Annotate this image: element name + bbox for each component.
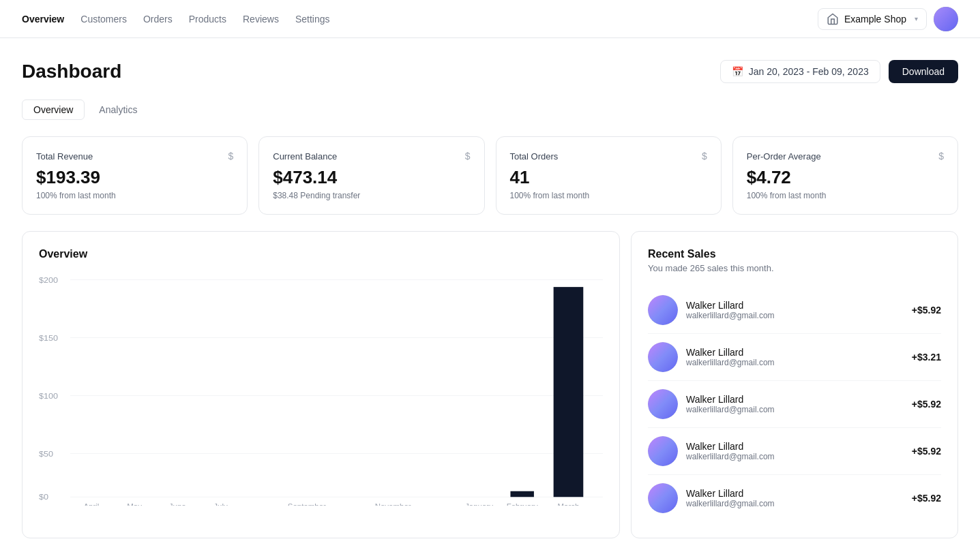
sale-name: Walker Lillard — [686, 300, 904, 311]
dollar-icon: $ — [465, 151, 471, 162]
sale-avatar-image — [648, 389, 678, 419]
tabs-row: OverviewAnalytics — [22, 99, 958, 120]
sale-item-1: Walker Lillard walkerlillard@gmail.com +… — [648, 334, 941, 381]
header-actions: 📅 Jan 20, 2023 - Feb 09, 2023 Download — [720, 60, 958, 83]
download-button[interactable]: Download — [889, 60, 958, 83]
stat-card-header: Current Balance $ — [273, 151, 470, 162]
stat-cards-grid: Total Revenue $ $193.39 100% from last m… — [22, 136, 958, 215]
shop-icon — [827, 13, 839, 25]
main-content: Dashboard 📅 Jan 20, 2023 - Feb 09, 2023 … — [0, 38, 980, 552]
sale-name: Walker Lillard — [686, 488, 904, 499]
sale-amount: +$5.92 — [912, 446, 941, 457]
sale-info: Walker Lillard walkerlillard@gmail.com — [686, 394, 904, 414]
stat-card-0: Total Revenue $ $193.39 100% from last m… — [22, 136, 248, 215]
dollar-icon: $ — [938, 151, 944, 162]
nav-right: Example Shop ▾ — [818, 7, 958, 31]
sale-email: walkerlillard@gmail.com — [686, 499, 904, 508]
tab-analytics[interactable]: Analytics — [87, 99, 149, 120]
svg-text:March: March — [558, 503, 580, 506]
svg-text:$100: $100 — [39, 391, 58, 400]
stat-value: 41 — [510, 167, 707, 188]
nav-orders[interactable]: Orders — [143, 11, 173, 27]
sale-info: Walker Lillard walkerlillard@gmail.com — [686, 488, 904, 508]
user-avatar[interactable] — [934, 7, 958, 31]
svg-text:$50: $50 — [39, 449, 53, 458]
svg-text:$0: $0 — [39, 493, 48, 502]
sale-info: Walker Lillard walkerlillard@gmail.com — [686, 300, 904, 320]
stat-card-1: Current Balance $ $473.14 $38.48 Pending… — [258, 136, 484, 215]
nav-customers[interactable]: Customers — [80, 11, 127, 27]
chart-area: $200 $150 $100 $50 $0 April — [39, 274, 603, 506]
stat-sub: 100% from last month — [747, 191, 944, 200]
stat-value: $4.72 — [747, 167, 944, 188]
sale-avatar-image — [648, 295, 678, 325]
nav-reviews[interactable]: Reviews — [243, 11, 279, 27]
stat-card-header: Total Revenue $ — [36, 151, 233, 162]
chevron-down-icon: ▾ — [915, 15, 918, 22]
sale-email: walkerlillard@gmail.com — [686, 405, 904, 414]
recent-sales-title: Recent Sales — [648, 248, 941, 260]
overview-chart-card: Overview $200 $150 $100 $50 $0 — [22, 231, 620, 538]
bar-chart: $200 $150 $100 $50 $0 April — [39, 274, 603, 506]
sale-email: walkerlillard@gmail.com — [686, 358, 904, 367]
svg-text:November: November — [375, 503, 411, 506]
sale-amount: +$5.92 — [912, 493, 941, 504]
stat-sub: $38.48 Pending transfer — [273, 191, 470, 200]
svg-text:September: September — [288, 503, 326, 506]
svg-text:$200: $200 — [39, 275, 58, 284]
svg-text:January: January — [465, 503, 493, 506]
stat-card-header: Total Orders $ — [510, 151, 707, 162]
sale-item-3: Walker Lillard walkerlillard@gmail.com +… — [648, 428, 941, 475]
sale-avatar — [648, 295, 678, 325]
stat-card-header: Per-Order Average $ — [747, 151, 944, 162]
stat-label: Total Orders — [510, 151, 559, 162]
sale-avatar-image — [648, 342, 678, 372]
tab-overview[interactable]: Overview — [22, 99, 85, 120]
stat-card-2: Total Orders $ 41 100% from last month — [496, 136, 722, 215]
chart-title: Overview — [39, 248, 603, 260]
stat-value: $193.39 — [36, 167, 233, 188]
date-range-button[interactable]: 📅 Jan 20, 2023 - Feb 09, 2023 — [720, 60, 880, 83]
nav-overview[interactable]: Overview — [22, 11, 64, 27]
calendar-icon: 📅 — [732, 66, 743, 77]
svg-rect-27 — [510, 491, 533, 497]
dollar-icon: $ — [228, 151, 233, 162]
sale-amount: +$3.21 — [912, 352, 941, 363]
svg-text:April: April — [83, 503, 99, 506]
svg-text:May: May — [127, 503, 142, 506]
sale-name: Walker Lillard — [686, 441, 904, 452]
stat-label: Per-Order Average — [747, 151, 821, 162]
sale-avatar — [648, 436, 678, 466]
recent-sales-card: Recent Sales You made 265 sales this mon… — [631, 231, 958, 538]
sale-avatar-image — [648, 436, 678, 466]
page-title: Dashboard — [22, 61, 121, 82]
date-range-label: Jan 20, 2023 - Feb 09, 2023 — [749, 66, 869, 77]
sale-avatar — [648, 483, 678, 513]
sale-info: Walker Lillard walkerlillard@gmail.com — [686, 347, 904, 367]
sale-item-2: Walker Lillard walkerlillard@gmail.com +… — [648, 381, 941, 428]
recent-sales-subtitle: You made 265 sales this month. — [648, 263, 941, 273]
sale-amount: +$5.92 — [912, 399, 941, 410]
avatar-image — [934, 7, 958, 31]
sales-list: Walker Lillard walkerlillard@gmail.com +… — [648, 287, 941, 521]
svg-text:July: July — [213, 503, 228, 506]
svg-rect-29 — [554, 287, 584, 497]
nav-links: OverviewCustomersOrdersProductsReviewsSe… — [22, 11, 818, 27]
svg-text:$150: $150 — [39, 333, 58, 342]
stat-value: $473.14 — [273, 167, 470, 188]
stat-sub: 100% from last month — [36, 191, 233, 200]
svg-text:June: June — [169, 503, 186, 506]
stat-label: Current Balance — [273, 151, 337, 162]
header-row: Dashboard 📅 Jan 20, 2023 - Feb 09, 2023 … — [22, 60, 958, 83]
shop-selector[interactable]: Example Shop ▾ — [818, 8, 927, 30]
sale-email: walkerlillard@gmail.com — [686, 452, 904, 461]
sale-avatar — [648, 389, 678, 419]
sale-amount: +$5.92 — [912, 305, 941, 316]
sale-info: Walker Lillard walkerlillard@gmail.com — [686, 441, 904, 461]
nav-settings[interactable]: Settings — [295, 11, 330, 27]
stat-sub: 100% from last month — [510, 191, 707, 200]
sale-avatar-image — [648, 483, 678, 513]
sale-avatar — [648, 342, 678, 372]
sale-item-4: Walker Lillard walkerlillard@gmail.com +… — [648, 475, 941, 521]
nav-products[interactable]: Products — [189, 11, 226, 27]
